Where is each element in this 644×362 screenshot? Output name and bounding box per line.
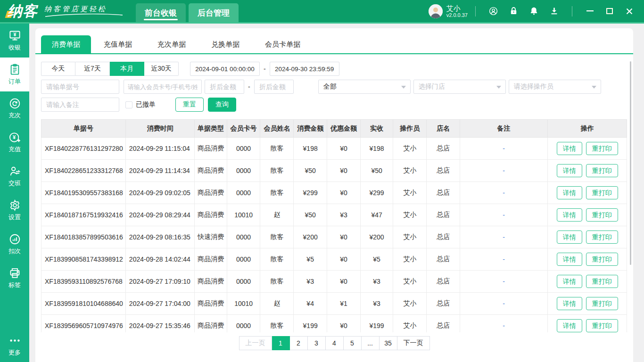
maximize-icon[interactable] xyxy=(600,0,619,22)
order-no-input[interactable] xyxy=(41,80,119,94)
detail-button[interactable]: 详情 xyxy=(557,208,582,222)
pagination-prev[interactable]: 上一页 xyxy=(239,336,272,350)
remark-dash: - xyxy=(503,167,505,174)
sidebar-item-deduct-times[interactable]: 扣次 xyxy=(0,227,29,261)
operator-select[interactable]: 请选择操作员 xyxy=(509,80,601,94)
table-cell: - xyxy=(460,182,547,204)
sidebar-item-more[interactable]: 更多 xyxy=(0,331,29,360)
pagination-page-35[interactable]: 35 xyxy=(380,336,397,350)
tab[interactable]: 充值单据 xyxy=(91,35,145,53)
store-select[interactable]: 选择门店 xyxy=(413,80,506,94)
avatar[interactable] xyxy=(429,4,443,18)
quick-range-button[interactable]: 本月 xyxy=(110,62,144,76)
table-cell: ¥3 xyxy=(360,293,393,315)
tab[interactable]: 充次单据 xyxy=(145,35,198,53)
detail-button[interactable]: 详情 xyxy=(557,186,582,199)
table-row: XF18401838578995036162024-09-29 08:16:35… xyxy=(41,226,627,248)
scrollbar[interactable] xyxy=(630,61,631,265)
deduct-times-icon xyxy=(8,233,21,246)
table-cell: 散客 xyxy=(260,160,294,182)
table-cell: 商品消费 xyxy=(195,160,227,182)
reprint-button[interactable]: 重打印 xyxy=(586,164,618,177)
reset-button[interactable]: 重置 xyxy=(175,98,204,112)
table-cell: ¥50 xyxy=(360,160,393,182)
pagination-next[interactable]: 下一页 xyxy=(397,336,430,350)
remark-input[interactable] xyxy=(41,98,119,112)
detail-button[interactable]: 详情 xyxy=(557,142,582,155)
tab[interactable]: 会员卡单据 xyxy=(252,35,313,53)
detail-button[interactable]: 详情 xyxy=(557,230,582,244)
table-actions-cell: 详情重打印 xyxy=(548,138,627,160)
table-cell: XF1840183857899503616 xyxy=(41,226,126,248)
amount-max-input[interactable] xyxy=(254,80,294,94)
tab[interactable]: 消费单据 xyxy=(41,35,91,53)
lock-icon[interactable] xyxy=(504,6,524,16)
table-cell: ¥200 xyxy=(294,226,327,248)
table-cell: XF1839591810104688640 xyxy=(41,293,126,315)
table-cell: ¥5 xyxy=(294,248,327,271)
table-cell: 2024-09-27 15:35:46 xyxy=(125,315,195,333)
service-icon[interactable] xyxy=(483,6,504,16)
member-search-input[interactable] xyxy=(124,80,202,94)
reprint-button[interactable]: 重打印 xyxy=(586,319,618,332)
table-cell: ¥3 xyxy=(360,271,393,293)
sidebar-item-cashier[interactable]: ¥收银 xyxy=(0,24,29,58)
amount-min-input[interactable] xyxy=(205,80,244,94)
reprint-button[interactable]: 重打印 xyxy=(586,208,618,222)
pagination-page-2[interactable]: 2 xyxy=(290,336,308,350)
table-cell: XF1840228776131297280 xyxy=(41,138,126,160)
table-cell: 10010 xyxy=(227,204,260,226)
minimize-icon[interactable] xyxy=(580,0,600,22)
date-range-separator: - xyxy=(264,65,266,73)
detail-button[interactable]: 详情 xyxy=(557,275,582,288)
sidebar-item-recharge-times[interactable]: 充次 xyxy=(0,91,29,125)
table-cell: 总店 xyxy=(427,248,460,271)
table-cell: ¥3 xyxy=(327,204,361,226)
quick-range-button[interactable]: 近7天 xyxy=(75,62,110,76)
bell-icon[interactable] xyxy=(524,6,544,16)
sidebar-item-recharge[interactable]: ¥充值 xyxy=(0,125,29,159)
date-to-input[interactable] xyxy=(270,62,339,76)
reprint-button[interactable]: 重打印 xyxy=(586,297,618,310)
topnav-tab[interactable]: 后台管理 xyxy=(189,3,239,22)
table-cell: ¥47 xyxy=(360,204,393,226)
close-icon[interactable] xyxy=(619,0,639,22)
detail-button[interactable]: 详情 xyxy=(557,253,582,266)
topnav: 前台收银后台管理 xyxy=(136,3,241,22)
pagination-page-3[interactable]: 3 xyxy=(308,336,326,350)
table-row: XF18395931108925767682024-09-27 17:09:10… xyxy=(41,271,627,293)
shift-icon xyxy=(8,165,21,178)
type-select[interactable]: 全部 xyxy=(318,80,411,94)
search-button[interactable]: 查询 xyxy=(208,98,236,112)
detail-button[interactable]: 详情 xyxy=(557,297,582,310)
download-icon[interactable] xyxy=(544,6,564,16)
pagination-page-1[interactable]: 1 xyxy=(272,336,290,350)
sidebar-item-settings[interactable]: 设置 xyxy=(0,193,29,227)
reprint-button[interactable]: 重打印 xyxy=(586,142,618,155)
quick-range-button[interactable]: 今天 xyxy=(41,62,75,76)
reprint-button[interactable]: 重打印 xyxy=(586,186,618,199)
voided-checkbox[interactable] xyxy=(125,101,132,108)
reprint-button[interactable]: 重打印 xyxy=(586,230,618,244)
svg-text:¥: ¥ xyxy=(13,32,16,37)
reprint-button[interactable]: 重打印 xyxy=(586,275,618,288)
reprint-button[interactable]: 重打印 xyxy=(586,253,618,266)
detail-button[interactable]: 详情 xyxy=(557,319,582,332)
pagination-ellipsis[interactable]: ... xyxy=(362,336,380,350)
table-cell: ¥198 xyxy=(360,138,393,160)
pagination-page-5[interactable]: 5 xyxy=(344,336,362,350)
pagination-page-4[interactable]: 4 xyxy=(326,336,344,350)
sidebar-item-orders[interactable]: 订单 xyxy=(0,58,29,91)
cashier-icon: ¥ xyxy=(8,29,21,42)
table-cell: 0000 xyxy=(227,138,260,160)
detail-button[interactable]: 详情 xyxy=(557,164,582,177)
date-from-input[interactable] xyxy=(190,62,260,76)
tab[interactable]: 兑换单据 xyxy=(198,35,252,53)
pagination: 上一页12345...35下一页 xyxy=(35,336,633,350)
topnav-tab[interactable]: 前台收银 xyxy=(136,3,186,22)
quick-range-button[interactable]: 近30天 xyxy=(144,62,179,76)
sidebar-item-shift[interactable]: 交班 xyxy=(0,159,29,193)
labels-icon xyxy=(8,267,21,280)
table-cell: 艾小 xyxy=(393,138,427,160)
sidebar-item-labels[interactable]: 标签 xyxy=(0,261,29,295)
